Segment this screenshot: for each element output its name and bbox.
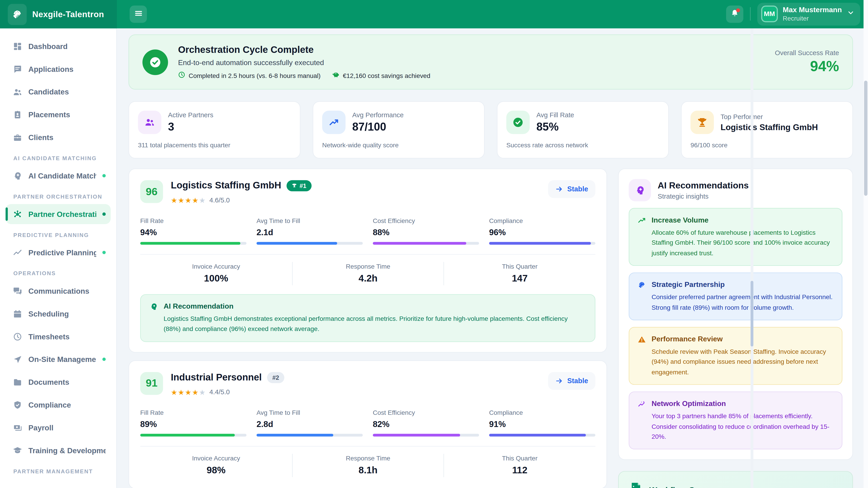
brand-name: Nexgile-Talentron	[32, 9, 104, 19]
trophy-icon	[292, 183, 298, 189]
brand-logo-area: Nexgile-Talentron	[0, 0, 117, 29]
sidebar-item-predictive-planning[interactable]: Predictive Planning	[6, 242, 111, 263]
star-icons-empty: ★	[199, 196, 206, 205]
sidebar-item-label: Applications	[29, 65, 73, 73]
trend-chip-stable: Stable	[548, 372, 595, 390]
metric-cost-efficiency: Cost Efficiency 82%	[373, 409, 479, 436]
sidebar-scrollbar-thumb[interactable]	[751, 281, 753, 346]
status-dot	[102, 174, 106, 177]
page-scrollbar-thumb[interactable]	[864, 80, 868, 196]
notifications-button[interactable]	[726, 6, 743, 23]
sidebar-item-placements[interactable]: Placements	[6, 105, 111, 125]
stat-label: Active Partners	[168, 111, 213, 119]
stat-card-active-partners: Active Partners 3 311 total placements t…	[129, 101, 301, 159]
stat-footer: 311 total placements this quarter	[138, 142, 291, 149]
sidebar-item-onsite-management[interactable]: On-Site Management	[6, 349, 111, 369]
sidebar-section-operations: OPERATIONS	[13, 270, 111, 276]
success-rate-label: Overall Success Rate	[775, 49, 839, 57]
panel-title: AI Recommendations	[657, 181, 749, 191]
metric-fill-rate: Fill Rate 94%	[140, 217, 246, 245]
sidebar-item-partner-orchestration[interactable]: Partner Orchestration	[6, 204, 111, 224]
shield-check-icon	[13, 400, 22, 410]
banner-title: Orchestration Cycle Complete	[178, 44, 430, 56]
sidebar-item-applications[interactable]: Applications	[6, 59, 111, 79]
progress-track	[140, 242, 246, 245]
metric-avg-time-to-fill: Avg Time to Fill 2.1d	[256, 217, 363, 245]
substat-invoice-accuracy: Invoice Accuracy 98%	[140, 454, 292, 477]
sidebar-item-ai-candidate-matching[interactable]: AI Candidate Matching	[6, 166, 111, 186]
trending-up-icon	[322, 111, 345, 134]
sidebar-item-candidates[interactable]: Candidates	[6, 82, 111, 102]
partner-rating: ★★★★★ 4.4/5.0	[171, 387, 284, 397]
sidebar-item-scheduling[interactable]: Scheduling	[6, 304, 111, 324]
stat-value: 85%	[536, 121, 574, 133]
graduation-cap-icon	[13, 446, 22, 455]
ai-note-title: AI Recommendation	[164, 302, 586, 311]
top-header: Nexgile-Talentron MM Max	[0, 0, 868, 29]
sidebar-item-label: Payroll	[29, 423, 54, 432]
substat-this-quarter: This Quarter 112	[444, 454, 595, 477]
partner-score: 91	[140, 372, 163, 395]
payments-icon	[13, 423, 22, 432]
check-circle-icon	[143, 49, 168, 75]
sidebar-item-timesheets[interactable]: Timesheets	[6, 326, 111, 347]
sidebar-scrollbar[interactable]	[751, 29, 753, 488]
progress-track	[373, 433, 479, 436]
avatar: MM	[761, 6, 778, 23]
handshake-icon	[638, 281, 646, 313]
stat-footer: Success rate across network	[506, 142, 659, 149]
metric-fill-rate: Fill Rate 89%	[140, 409, 246, 436]
chevron-down-icon	[847, 9, 855, 19]
partner-name: Industrial Personnel	[171, 372, 262, 383]
sidebar-item-payroll[interactable]: Payroll	[6, 418, 111, 438]
hamburger-menu-button[interactable]	[130, 6, 147, 23]
panel-subtitle: Strategic insights	[657, 192, 749, 200]
star-icons-empty: ★	[199, 388, 206, 396]
ai-note-text: Logistics Staffing GmbH demonstrates exc…	[164, 314, 586, 334]
document-icon	[629, 482, 643, 488]
sparkle-trend-icon	[638, 400, 646, 442]
sidebar-item-label: Partner Orchestration	[29, 210, 96, 218]
sidebar-item-label: Training & Development	[29, 446, 106, 455]
partner-rating: ★★★★★ 4.6/5.0	[171, 195, 311, 205]
status-dot	[102, 358, 106, 361]
sidebar-item-label: Timesheets	[29, 332, 70, 341]
progress-track	[256, 433, 363, 436]
stat-card-avg-fill-rate: Avg Fill Rate 85% Success rate across ne…	[497, 101, 669, 159]
page-scrollbar[interactable]	[864, 0, 868, 488]
sidebar-item-compliance[interactable]: Compliance	[6, 395, 111, 415]
trend-line-icon	[13, 248, 22, 257]
sidebar-section-partner-orchestration: PARTNER ORCHESTRATION	[13, 194, 111, 200]
piggy-bank-icon	[332, 71, 339, 79]
user-menu[interactable]: MM Max Mustermann Recruiter	[757, 3, 860, 25]
workflow-summary-panel: Workflow Summary 8 partners engaged auto…	[618, 471, 853, 488]
progress-fill	[256, 433, 333, 436]
sidebar-item-label: On-Site Management	[29, 355, 96, 363]
chat-icon	[13, 64, 22, 74]
sidebar-item-label: Clients	[29, 133, 54, 142]
progress-fill	[256, 242, 337, 245]
sidebar-item-communications[interactable]: Communications	[6, 281, 111, 301]
partner-card-logistics-staffing: 96 Logistics Staffing GmbH #1 ★★★★★	[129, 168, 607, 352]
progress-fill	[373, 433, 460, 436]
trending-up-icon	[638, 217, 646, 258]
stat-label: Top Performer	[721, 113, 818, 121]
hamburger-icon	[134, 9, 143, 20]
sidebar-item-dashboard[interactable]: Dashboard	[6, 36, 111, 56]
progress-track	[489, 242, 595, 245]
completion-time: Completed in 2.5 hours (vs. 6-8 hours ma…	[178, 71, 321, 79]
progress-fill	[140, 433, 235, 436]
sidebar-item-clients[interactable]: Clients	[6, 127, 111, 148]
star-icons-filled: ★★★★	[171, 196, 199, 205]
stats-row: Active Partners 3 311 total placements t…	[129, 101, 853, 159]
recommendation-increase-volume: Increase Volume Allocate 60% of future w…	[629, 208, 842, 266]
folder-icon	[13, 377, 22, 387]
calendar-icon	[13, 309, 22, 318]
metric-compliance: Compliance 91%	[489, 409, 595, 436]
sidebar-item-documents[interactable]: Documents	[6, 372, 111, 392]
sidebar-item-training-development[interactable]: Training & Development	[6, 441, 111, 461]
users-icon	[138, 111, 161, 134]
check-circle-icon	[506, 111, 530, 134]
substat-response-time: Response Time 8.1h	[292, 454, 443, 477]
substat-this-quarter: This Quarter 147	[444, 262, 595, 285]
